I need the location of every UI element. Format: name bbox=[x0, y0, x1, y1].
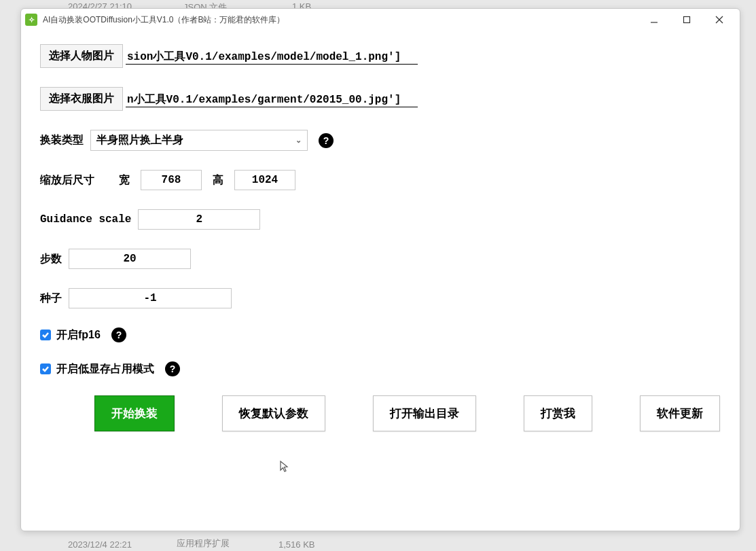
person-image-row: 选择人物图片 bbox=[40, 44, 721, 68]
tryon-type-row: 换装类型 半身照片换上半身 ⌄ ? bbox=[40, 130, 721, 151]
bg-file-size-2: 1,516 KB bbox=[278, 539, 315, 550]
width-input[interactable] bbox=[141, 170, 202, 190]
width-label: 宽 bbox=[119, 173, 130, 188]
window-title: AI自动换装OOTDiffusion小工具V1.0（作者B站：万能君的软件库） bbox=[43, 14, 645, 26]
chevron-down-icon: ⌄ bbox=[295, 136, 302, 145]
seed-input[interactable] bbox=[69, 288, 232, 308]
open-output-button[interactable]: 打开输出目录 bbox=[373, 395, 476, 431]
select-garment-image-button[interactable]: 选择衣服图片 bbox=[40, 87, 123, 111]
person-image-path-input[interactable] bbox=[126, 48, 418, 65]
steps-label: 步数 bbox=[40, 252, 62, 266]
titlebar: ✧ AI自动换装OOTDiffusion小工具V1.0（作者B站：万能君的软件库… bbox=[21, 9, 740, 31]
donate-button[interactable]: 打赏我 bbox=[524, 395, 592, 431]
help-icon[interactable]: ? bbox=[319, 133, 334, 148]
fp16-label: 开启fp16 bbox=[56, 328, 101, 342]
content-area: 选择人物图片 选择衣服图片 换装类型 半身照片换上半身 ⌄ ? 缩放后尺寸 宽 … bbox=[21, 31, 740, 531]
lowvram-label: 开启低显存占用模式 bbox=[56, 362, 154, 376]
start-button[interactable]: 开始换装 bbox=[94, 395, 175, 431]
fp16-row: 开启fp16 ? bbox=[40, 327, 721, 342]
resize-label: 缩放后尺寸 bbox=[40, 173, 94, 188]
bg-file-type-2: 应用程序扩展 bbox=[177, 537, 230, 550]
help-icon[interactable]: ? bbox=[111, 327, 126, 342]
height-label: 高 bbox=[213, 173, 223, 188]
tryon-type-dropdown[interactable]: 半身照片换上半身 ⌄ bbox=[90, 130, 308, 151]
guidance-label: Guidance scale bbox=[40, 213, 131, 226]
reset-button[interactable]: 恢复默认参数 bbox=[222, 395, 325, 431]
action-buttons: 开始换装 恢复默认参数 打开输出目录 打赏我 软件更新 bbox=[40, 395, 721, 431]
garment-image-path-input[interactable] bbox=[126, 90, 418, 107]
main-window: ✧ AI自动换装OOTDiffusion小工具V1.0（作者B站：万能君的软件库… bbox=[20, 8, 740, 531]
tryon-type-label: 换装类型 bbox=[40, 133, 84, 147]
lowvram-checkbox[interactable] bbox=[40, 363, 51, 374]
close-button[interactable] bbox=[710, 12, 729, 28]
minimize-button[interactable] bbox=[645, 12, 664, 28]
resize-row: 缩放后尺寸 宽 高 bbox=[40, 170, 721, 190]
seed-row: 种子 bbox=[40, 288, 721, 308]
guidance-row: Guidance scale bbox=[40, 209, 721, 230]
maximize-button[interactable] bbox=[677, 12, 696, 28]
svg-rect-1 bbox=[684, 17, 690, 23]
lowvram-row: 开启低显存占用模式 ? bbox=[40, 361, 721, 376]
steps-row: 步数 bbox=[40, 249, 721, 269]
window-controls bbox=[645, 12, 736, 28]
bg-file-date-2: 2023/12/4 22:21 bbox=[68, 539, 132, 550]
height-input[interactable] bbox=[234, 170, 295, 190]
guidance-input[interactable] bbox=[138, 209, 260, 230]
fp16-checkbox[interactable] bbox=[40, 330, 51, 340]
garment-image-row: 选择衣服图片 bbox=[40, 87, 721, 111]
seed-label: 种子 bbox=[40, 291, 62, 306]
steps-input[interactable] bbox=[69, 249, 191, 269]
cursor-icon bbox=[279, 460, 290, 474]
help-icon[interactable]: ? bbox=[165, 361, 180, 376]
select-person-image-button[interactable]: 选择人物图片 bbox=[40, 44, 123, 68]
tryon-type-value: 半身照片换上半身 bbox=[96, 133, 183, 147]
update-button[interactable]: 软件更新 bbox=[640, 395, 720, 431]
app-icon: ✧ bbox=[25, 14, 37, 26]
